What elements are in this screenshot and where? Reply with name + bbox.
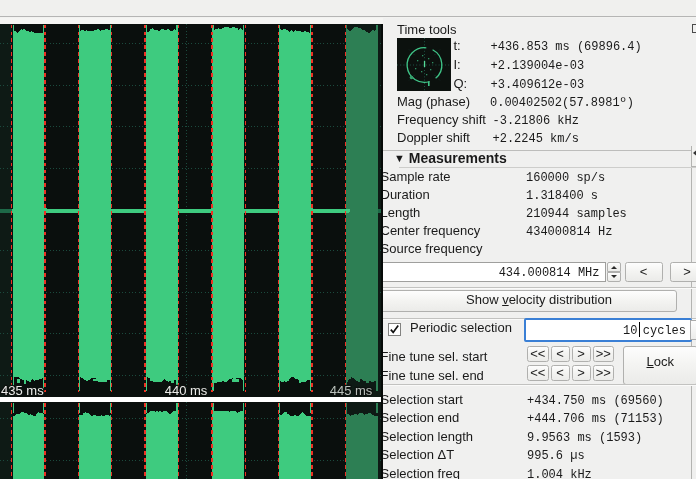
svg-text:435 ms: 435 ms [1, 383, 44, 398]
svg-text:445 ms: 445 ms [330, 383, 373, 398]
svg-text:440 ms: 440 ms [165, 383, 208, 398]
